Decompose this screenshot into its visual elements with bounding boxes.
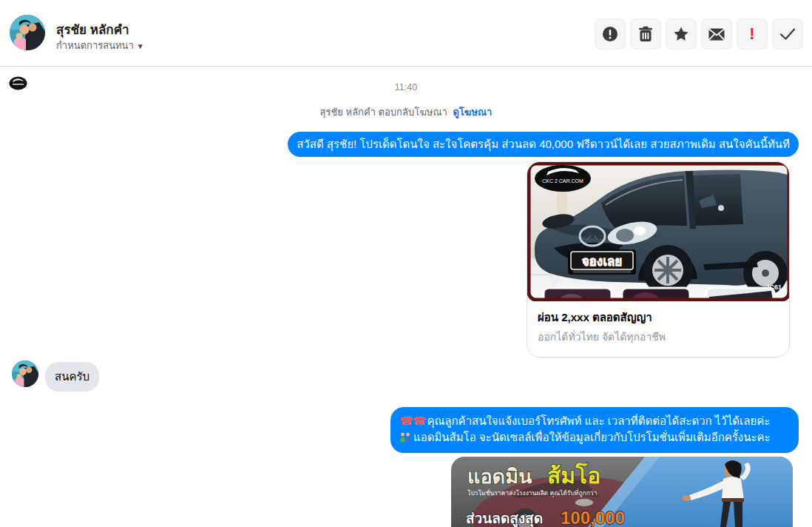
chevron-down-icon: ▼ (137, 42, 144, 50)
banner-discount-label: ส่วนลดสูงสุด (466, 511, 543, 527)
card-title: ผ่อน 2,xxx ตลอดสัญญา (538, 309, 779, 326)
report-button[interactable] (595, 19, 626, 50)
conversation-header: สุรชัย หลักคำ กำหนดการสนทนา▼ (0, 0, 812, 67)
star-button[interactable] (666, 19, 697, 50)
telephone-emoji: ☎☎ (399, 414, 425, 427)
mark-done-check-icon (779, 27, 796, 41)
star-icon (673, 26, 689, 42)
avatar-photo (10, 15, 45, 50)
outgoing-message-1: สวัสดี สุรชัย! โปรเด็ดโดนใจ สะใจโคตรคุ้ม… (288, 132, 799, 157)
mark-unread-envelope-icon (708, 28, 725, 41)
outgoing-message-2: ☎☎คุณลูกค้าสนใจแจ้งเบอร์โทรศัพท์ และ เวล… (390, 407, 799, 453)
ad-reply-context: สุรชัย หลักคำ ตอบกลับโฆษณา ดูโฆษณา (0, 104, 812, 120)
banner-discount-value: 100,000 (561, 508, 625, 527)
delete-button[interactable] (630, 19, 661, 50)
conversation-user-name: สุรชัย หลักคำ (56, 19, 129, 39)
ad-reply-text: สุรชัย หลักคำ ตอบกลับโฆษณา (320, 107, 447, 118)
card-body: ผ่อน 2,xxx ตลอดสัญญา ออกได้ทั่วไทย จัดได… (527, 301, 789, 357)
mark-unread-button[interactable] (701, 19, 732, 50)
incoming-message-1: สนครับ (45, 362, 99, 392)
spam-red-exclamation-icon: ! (749, 26, 754, 42)
promo-banner-image[interactable]: แอดมิน ส้มโอ โปรโมชั่นราคาส่งโรงงานผลิต … (451, 457, 793, 527)
promo-banner-art: แอดมิน ส้มโอ โปรโมชั่นราคาส่งโรงงานผลิต … (451, 457, 793, 527)
mark-spam-button[interactable]: ! (737, 19, 768, 50)
banner-title-word2: ส้มโอ (547, 462, 600, 488)
header-action-bar: ! (595, 19, 803, 50)
car-photo: จองเลย CKC 2 CAR.COM JC61 (527, 162, 790, 301)
mark-done-button[interactable] (772, 19, 803, 50)
dealer-logo-text: CKC 2 CAR.COM (542, 178, 583, 184)
car-listing-card[interactable]: จองเลย CKC 2 CAR.COM JC61 ผ่อน 2,xxx ตลอ… (527, 161, 790, 358)
messenger-conversation: สุรชัย หลักคำ กำหนดการสนทนา▼ (0, 0, 812, 527)
avatar-photo-small (12, 360, 38, 387)
timestamp: 11:40 (0, 82, 812, 93)
user-avatar[interactable] (10, 15, 45, 50)
report-circle-exclamation-icon (602, 26, 618, 42)
plate-text: จองเลย (582, 255, 623, 269)
view-ad-link[interactable]: ดูโฆษณา (453, 107, 492, 118)
schedule-label: กำหนดการสนทนา (56, 40, 134, 51)
banner-title-word1: แอดมิน (467, 466, 532, 488)
people-emoji (399, 431, 411, 447)
incoming-avatar[interactable] (12, 360, 38, 387)
outgoing-message-2-line1: ☎☎คุณลูกค้าสนใจแจ้งเบอร์โทรศัพท์ และ เวล… (399, 413, 790, 429)
outgoing-message-2-line2: แอดมินส้มโอ จะนัดเซลล์เพื่อให้ข้อมูลเกี่… (399, 429, 790, 447)
conversation-schedule-dropdown[interactable]: กำหนดการสนทนา▼ (56, 38, 144, 53)
trash-icon (638, 26, 653, 42)
card-subtitle: ออกได้ทั่วไทย จัดได้ทุกอาชีพ (538, 329, 779, 345)
banner-tagline: โปรโมชั่นราคาส่งโรงงานผลิต คุณได้รับที่ถ… (467, 489, 597, 497)
